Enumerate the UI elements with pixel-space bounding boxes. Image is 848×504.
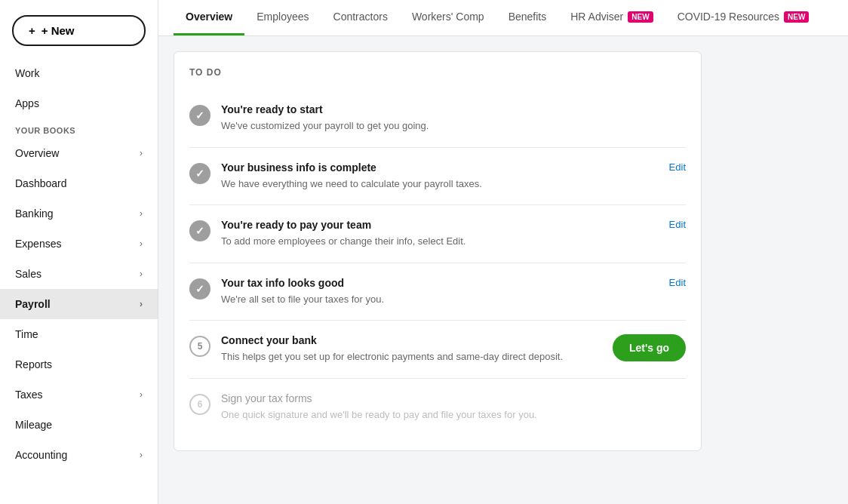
- plus-icon: +: [29, 24, 35, 37]
- todo-desc-6: One quick signature and we'll be ready t…: [221, 407, 675, 423]
- check-icon-4: ✓: [189, 278, 210, 300]
- todo-content-4: Your tax info looks good We're all set t…: [221, 277, 659, 307]
- chevron-right-icon: ›: [140, 450, 143, 460]
- todo-item-ready-to-pay: ✓ You're ready to pay your team To add m…: [189, 205, 686, 263]
- todo-desc-5: This helps get you set up for electronic…: [221, 349, 602, 364]
- sidebar-label-time: Time: [15, 328, 38, 340]
- sidebar-item-expenses[interactable]: Expenses ›: [0, 229, 158, 259]
- todo-content-5: Connect your bank This helps get you set…: [221, 334, 602, 364]
- todo-item-business-info: ✓ Your business info is complete We have…: [189, 148, 686, 206]
- sidebar-item-time[interactable]: Time: [0, 319, 158, 349]
- todo-action-4[interactable]: Edit: [669, 277, 686, 288]
- todo-content-2: Your business info is complete We have e…: [221, 161, 659, 192]
- sidebar-item-reports[interactable]: Reports: [0, 349, 158, 380]
- step-number-6: 6: [198, 399, 203, 410]
- lets-go-button[interactable]: Let's go: [613, 334, 686, 361]
- todo-desc-4: We're all set to file your taxes for you…: [221, 292, 659, 307]
- chevron-right-icon: ›: [140, 238, 143, 249]
- sidebar-section-your-books: YOUR BOOKS: [0, 118, 158, 138]
- todo-title-1: You're ready to start: [221, 103, 675, 115]
- todo-title-3: You're ready to pay your team: [221, 219, 659, 231]
- todo-title-4: Your tax info looks good: [221, 277, 659, 289]
- sidebar-item-dashboard[interactable]: Dashboard: [0, 168, 158, 198]
- edit-link-4[interactable]: Edit: [669, 277, 686, 288]
- tab-overview[interactable]: Overview: [174, 0, 244, 35]
- sidebar-item-mileage[interactable]: Mileage: [0, 410, 158, 440]
- todo-item-ready-to-start: ✓ You're ready to start We've customized…: [189, 90, 686, 148]
- todo-desc-3: To add more employees or change their in…: [221, 234, 659, 249]
- todo-item-tax-info: ✓ Your tax info looks good We're all set…: [189, 263, 686, 321]
- top-nav: Overview Employees Contractors Workers' …: [158, 0, 848, 36]
- todo-content-6: Sign your tax forms One quick signature …: [221, 392, 675, 423]
- sidebar-label-dashboard: Dashboard: [15, 177, 67, 189]
- chevron-right-icon: ›: [140, 148, 143, 158]
- todo-content-1: You're ready to start We've customized y…: [221, 103, 675, 134]
- sidebar-label-overview: Overview: [15, 147, 59, 159]
- tab-contractors[interactable]: Contractors: [321, 0, 400, 35]
- sidebar-label-apps: Apps: [15, 97, 39, 109]
- todo-desc-2: We have everything we need to calculate …: [221, 177, 659, 192]
- step-circle-5: 5: [189, 336, 210, 357]
- todo-item-connect-bank: 5 Connect your bank This helps get you s…: [189, 321, 686, 379]
- sidebar-item-banking[interactable]: Banking ›: [0, 198, 158, 229]
- edit-link-2[interactable]: Edit: [669, 161, 686, 173]
- todo-content-3: You're ready to pay your team To add mor…: [221, 219, 659, 249]
- todo-action-3[interactable]: Edit: [669, 219, 686, 230]
- sidebar-item-sales[interactable]: Sales ›: [0, 259, 158, 289]
- todo-item-sign-tax-forms: 6 Sign your tax forms One quick signatur…: [189, 379, 686, 436]
- sidebar-label-expenses: Expenses: [15, 238, 61, 250]
- sidebar-label-taxes: Taxes: [15, 389, 43, 401]
- content-area: TO DO ✓ You're ready to start We've cust…: [158, 36, 848, 504]
- sidebar: + + New Work Apps YOUR BOOKS Overview › …: [0, 0, 158, 504]
- todo-title-5: Connect your bank: [221, 334, 602, 346]
- todo-desc-1: We've customized your payroll to get you…: [221, 118, 675, 134]
- sidebar-item-taxes[interactable]: Taxes ›: [0, 380, 158, 410]
- tab-workers-comp[interactable]: Workers' Comp: [400, 0, 496, 35]
- main-area: Overview Employees Contractors Workers' …: [158, 0, 848, 504]
- check-icon-2: ✓: [189, 163, 210, 184]
- new-button-label: + New: [41, 24, 75, 37]
- check-icon-1: ✓: [189, 105, 210, 126]
- sidebar-item-apps[interactable]: Apps: [0, 88, 158, 118]
- sidebar-label-banking: Banking: [15, 207, 54, 220]
- sidebar-item-accounting[interactable]: Accounting ›: [0, 440, 158, 470]
- todo-action-5[interactable]: Let's go: [613, 334, 686, 361]
- tab-hr-adviser[interactable]: HR Adviser NEW: [558, 0, 665, 35]
- todo-card: TO DO ✓ You're ready to start We've cust…: [174, 51, 702, 451]
- covid-badge: NEW: [784, 11, 809, 23]
- edit-link-3[interactable]: Edit: [669, 219, 686, 230]
- todo-title-2: Your business info is complete: [221, 161, 659, 174]
- chevron-right-icon: ›: [140, 269, 143, 279]
- tab-covid-19[interactable]: COVID-19 Resources NEW: [665, 0, 822, 35]
- todo-title-6: Sign your tax forms: [221, 392, 675, 404]
- hr-adviser-badge: NEW: [628, 11, 653, 23]
- new-button[interactable]: + + New: [12, 15, 146, 46]
- step-circle-6: 6: [189, 394, 210, 415]
- chevron-right-icon: ›: [140, 389, 143, 400]
- tab-benefits[interactable]: Benefits: [496, 0, 559, 35]
- sidebar-item-overview[interactable]: Overview ›: [0, 138, 158, 168]
- sidebar-item-work[interactable]: Work: [0, 58, 158, 88]
- sidebar-label-reports: Reports: [15, 358, 52, 370]
- sidebar-label-work: Work: [15, 67, 39, 79]
- sidebar-label-accounting: Accounting: [15, 449, 67, 461]
- step-number-5: 5: [198, 341, 203, 352]
- check-icon-3: ✓: [189, 220, 210, 241]
- todo-section-title: TO DO: [189, 67, 686, 78]
- chevron-right-icon: ›: [140, 208, 143, 219]
- chevron-right-icon: ›: [140, 299, 143, 309]
- tab-employees[interactable]: Employees: [244, 0, 321, 35]
- todo-action-2[interactable]: Edit: [669, 161, 686, 173]
- sidebar-item-payroll[interactable]: Payroll ›: [0, 289, 158, 319]
- sidebar-label-payroll: Payroll: [15, 298, 51, 310]
- sidebar-label-sales: Sales: [15, 268, 41, 280]
- sidebar-label-mileage: Mileage: [15, 419, 52, 431]
